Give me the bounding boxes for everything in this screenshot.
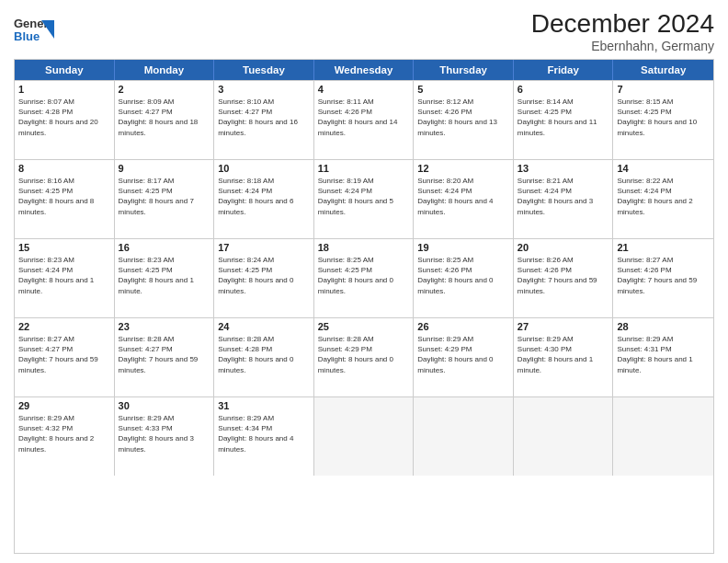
cell-info: Sunrise: 8:12 AM Sunset: 4:26 PM Dayligh… bbox=[417, 97, 509, 138]
logo-icon: General Blue bbox=[14, 13, 54, 48]
svg-text:Blue: Blue bbox=[14, 29, 40, 43]
logo: General Blue bbox=[14, 13, 54, 52]
cell-info: Sunrise: 8:09 AM Sunset: 4:27 PM Dayligh… bbox=[119, 97, 210, 138]
cell-info: Sunrise: 8:15 AM Sunset: 4:25 PM Dayligh… bbox=[617, 97, 710, 138]
cell-info: Sunrise: 8:19 AM Sunset: 4:24 PM Dayligh… bbox=[318, 176, 410, 217]
table-row: 17 Sunrise: 8:24 AM Sunset: 4:25 PM Dayl… bbox=[214, 239, 314, 317]
header-wednesday: Wednesday bbox=[314, 60, 415, 80]
table-row bbox=[613, 397, 713, 476]
day-number: 1 bbox=[18, 84, 110, 95]
day-number: 13 bbox=[518, 163, 609, 174]
cell-info: Sunrise: 8:27 AM Sunset: 4:27 PM Dayligh… bbox=[18, 334, 110, 375]
cell-info: Sunrise: 8:20 AM Sunset: 4:24 PM Dayligh… bbox=[417, 176, 509, 217]
calendar-week-4: 29 Sunrise: 8:29 AM Sunset: 4:32 PM Dayl… bbox=[15, 396, 713, 476]
table-row bbox=[314, 397, 415, 476]
day-number: 7 bbox=[617, 84, 710, 95]
calendar-week-2: 15 Sunrise: 8:23 AM Sunset: 4:24 PM Dayl… bbox=[15, 238, 713, 317]
day-number: 3 bbox=[218, 84, 310, 95]
table-row: 13 Sunrise: 8:21 AM Sunset: 4:24 PM Dayl… bbox=[514, 160, 614, 238]
cell-info: Sunrise: 8:16 AM Sunset: 4:25 PM Dayligh… bbox=[18, 176, 110, 217]
table-row: 1 Sunrise: 8:07 AM Sunset: 4:28 PM Dayli… bbox=[15, 81, 115, 159]
cell-info: Sunrise: 8:07 AM Sunset: 4:28 PM Dayligh… bbox=[18, 97, 110, 138]
table-row: 25 Sunrise: 8:28 AM Sunset: 4:29 PM Dayl… bbox=[314, 318, 415, 396]
table-row bbox=[514, 397, 614, 476]
day-number: 24 bbox=[218, 321, 310, 332]
cell-info: Sunrise: 8:23 AM Sunset: 4:25 PM Dayligh… bbox=[119, 255, 210, 296]
cell-info: Sunrise: 8:22 AM Sunset: 4:24 PM Dayligh… bbox=[617, 176, 710, 217]
table-row: 26 Sunrise: 8:29 AM Sunset: 4:29 PM Dayl… bbox=[414, 318, 514, 396]
cell-info: Sunrise: 8:28 AM Sunset: 4:28 PM Dayligh… bbox=[218, 334, 310, 375]
cell-info: Sunrise: 8:11 AM Sunset: 4:26 PM Dayligh… bbox=[318, 97, 410, 138]
cell-info: Sunrise: 8:29 AM Sunset: 4:29 PM Dayligh… bbox=[417, 334, 509, 375]
day-number: 9 bbox=[119, 163, 210, 174]
header-monday: Monday bbox=[115, 60, 215, 80]
table-row: 7 Sunrise: 8:15 AM Sunset: 4:25 PM Dayli… bbox=[613, 81, 713, 159]
calendar-week-1: 8 Sunrise: 8:16 AM Sunset: 4:25 PM Dayli… bbox=[15, 159, 713, 238]
cell-info: Sunrise: 8:14 AM Sunset: 4:25 PM Dayligh… bbox=[518, 97, 609, 138]
cell-info: Sunrise: 8:27 AM Sunset: 4:26 PM Dayligh… bbox=[617, 255, 710, 296]
day-number: 11 bbox=[318, 163, 410, 174]
cell-info: Sunrise: 8:28 AM Sunset: 4:27 PM Dayligh… bbox=[119, 334, 210, 375]
day-number: 15 bbox=[18, 242, 110, 253]
table-row: 15 Sunrise: 8:23 AM Sunset: 4:24 PM Dayl… bbox=[15, 239, 115, 317]
table-row: 8 Sunrise: 8:16 AM Sunset: 4:25 PM Dayli… bbox=[15, 160, 115, 238]
cell-info: Sunrise: 8:25 AM Sunset: 4:25 PM Dayligh… bbox=[318, 255, 410, 296]
day-number: 10 bbox=[218, 163, 310, 174]
day-number: 17 bbox=[218, 242, 310, 253]
day-number: 20 bbox=[518, 242, 609, 253]
table-row: 9 Sunrise: 8:17 AM Sunset: 4:25 PM Dayli… bbox=[115, 160, 215, 238]
day-number: 18 bbox=[318, 242, 410, 253]
cell-info: Sunrise: 8:24 AM Sunset: 4:25 PM Dayligh… bbox=[218, 255, 310, 296]
header: General Blue December 2024 Ebernhahn, Ge… bbox=[14, 9, 714, 53]
day-number: 27 bbox=[518, 321, 609, 332]
cell-info: Sunrise: 8:29 AM Sunset: 4:33 PM Dayligh… bbox=[119, 413, 210, 454]
calendar-body: 1 Sunrise: 8:07 AM Sunset: 4:28 PM Dayli… bbox=[15, 80, 713, 476]
day-number: 12 bbox=[417, 163, 509, 174]
table-row: 22 Sunrise: 8:27 AM Sunset: 4:27 PM Dayl… bbox=[15, 318, 115, 396]
day-number: 31 bbox=[218, 400, 310, 411]
cell-info: Sunrise: 8:17 AM Sunset: 4:25 PM Dayligh… bbox=[119, 176, 210, 217]
header-saturday: Saturday bbox=[613, 60, 713, 80]
day-number: 16 bbox=[119, 242, 210, 253]
table-row: 14 Sunrise: 8:22 AM Sunset: 4:24 PM Dayl… bbox=[613, 160, 713, 238]
table-row: 16 Sunrise: 8:23 AM Sunset: 4:25 PM Dayl… bbox=[115, 239, 215, 317]
cell-info: Sunrise: 8:25 AM Sunset: 4:26 PM Dayligh… bbox=[417, 255, 509, 296]
day-number: 4 bbox=[318, 84, 410, 95]
table-row: 3 Sunrise: 8:10 AM Sunset: 4:27 PM Dayli… bbox=[214, 81, 314, 159]
day-number: 26 bbox=[417, 321, 509, 332]
header-friday: Friday bbox=[514, 60, 614, 80]
day-number: 2 bbox=[119, 84, 210, 95]
table-row: 11 Sunrise: 8:19 AM Sunset: 4:24 PM Dayl… bbox=[314, 160, 415, 238]
page: General Blue December 2024 Ebernhahn, Ge… bbox=[0, 0, 728, 563]
calendar-week-0: 1 Sunrise: 8:07 AM Sunset: 4:28 PM Dayli… bbox=[15, 80, 713, 159]
cell-info: Sunrise: 8:29 AM Sunset: 4:34 PM Dayligh… bbox=[218, 413, 310, 454]
day-number: 28 bbox=[617, 321, 710, 332]
table-row: 20 Sunrise: 8:26 AM Sunset: 4:26 PM Dayl… bbox=[514, 239, 614, 317]
table-row: 6 Sunrise: 8:14 AM Sunset: 4:25 PM Dayli… bbox=[514, 81, 614, 159]
cell-info: Sunrise: 8:29 AM Sunset: 4:30 PM Dayligh… bbox=[518, 334, 609, 375]
day-number: 14 bbox=[617, 163, 710, 174]
day-number: 8 bbox=[18, 163, 110, 174]
table-row bbox=[414, 397, 514, 476]
header-tuesday: Tuesday bbox=[214, 60, 314, 80]
day-number: 30 bbox=[119, 400, 210, 411]
day-number: 5 bbox=[417, 84, 509, 95]
calendar-header: Sunday Monday Tuesday Wednesday Thursday… bbox=[15, 60, 713, 80]
table-row: 28 Sunrise: 8:29 AM Sunset: 4:31 PM Dayl… bbox=[613, 318, 713, 396]
cell-info: Sunrise: 8:21 AM Sunset: 4:24 PM Dayligh… bbox=[518, 176, 609, 217]
table-row: 4 Sunrise: 8:11 AM Sunset: 4:26 PM Dayli… bbox=[314, 81, 415, 159]
day-number: 29 bbox=[18, 400, 110, 411]
table-row: 27 Sunrise: 8:29 AM Sunset: 4:30 PM Dayl… bbox=[514, 318, 614, 396]
cell-info: Sunrise: 8:10 AM Sunset: 4:27 PM Dayligh… bbox=[218, 97, 310, 138]
calendar: Sunday Monday Tuesday Wednesday Thursday… bbox=[14, 59, 714, 554]
table-row: 21 Sunrise: 8:27 AM Sunset: 4:26 PM Dayl… bbox=[613, 239, 713, 317]
table-row: 23 Sunrise: 8:28 AM Sunset: 4:27 PM Dayl… bbox=[115, 318, 215, 396]
table-row: 24 Sunrise: 8:28 AM Sunset: 4:28 PM Dayl… bbox=[214, 318, 314, 396]
table-row: 12 Sunrise: 8:20 AM Sunset: 4:24 PM Dayl… bbox=[414, 160, 514, 238]
cell-info: Sunrise: 8:18 AM Sunset: 4:24 PM Dayligh… bbox=[218, 176, 310, 217]
day-number: 21 bbox=[617, 242, 710, 253]
day-number: 23 bbox=[119, 321, 210, 332]
title-block: December 2024 Ebernhahn, Germany bbox=[531, 9, 714, 53]
day-number: 22 bbox=[18, 321, 110, 332]
table-row: 2 Sunrise: 8:09 AM Sunset: 4:27 PM Dayli… bbox=[115, 81, 215, 159]
